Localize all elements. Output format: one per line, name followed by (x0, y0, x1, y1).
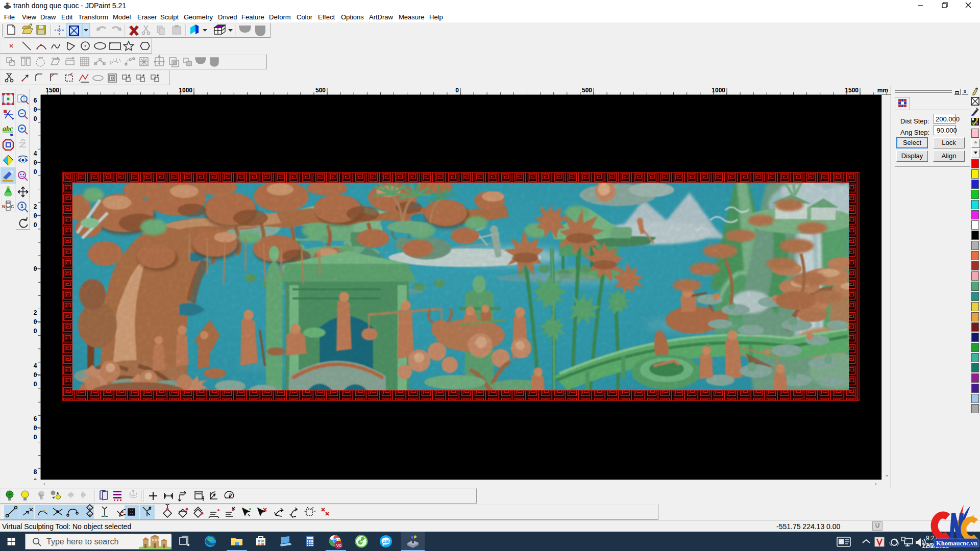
svg-text:1000: 1000 (179, 87, 192, 94)
svg-text:Vo: Vo (336, 543, 342, 548)
svg-text:0: 0 (34, 434, 37, 441)
svg-text:0: 0 (34, 115, 37, 122)
svg-text:0: 0 (34, 424, 37, 432)
svg-text:C: C (11, 204, 14, 209)
svg-text:500: 500 (315, 87, 326, 94)
svg-text:0: 0 (34, 328, 37, 335)
svg-text:4: 4 (34, 150, 37, 157)
svg-text:0: 0 (34, 381, 37, 388)
svg-text:0: 0 (34, 478, 37, 480)
svg-text:0: 0 (34, 159, 37, 166)
svg-text:2: 2 (34, 203, 37, 210)
svg-text:Zalo: Zalo (383, 539, 393, 544)
svg-text:6: 6 (34, 97, 37, 104)
svg-text:0: 0 (34, 371, 37, 379)
svg-text:0: 0 (455, 87, 459, 94)
svg-text:0: 0 (34, 318, 37, 325)
svg-text:mm: mm (877, 87, 888, 94)
svg-text:0: 0 (34, 221, 37, 229)
svg-text:z: z (149, 506, 151, 510)
svg-text:8: 8 (34, 468, 37, 475)
svg-text:abc: abc (3, 125, 13, 133)
svg-text:1500: 1500 (845, 87, 859, 94)
svg-text:1500: 1500 (45, 87, 59, 94)
svg-text:0: 0 (34, 212, 37, 219)
svg-text:500: 500 (582, 87, 592, 94)
svg-text:1000: 1000 (712, 87, 725, 94)
svg-text:6: 6 (34, 415, 37, 422)
svg-text:N: N (2, 204, 6, 209)
svg-text:2: 2 (34, 309, 37, 316)
svg-text:4: 4 (34, 362, 37, 369)
svg-text:0: 0 (34, 168, 37, 176)
svg-text:0: 0 (34, 106, 37, 113)
svg-text:0: 0 (34, 265, 37, 272)
svg-text:Khomaucnc.vn: Khomaucnc.vn (936, 540, 977, 547)
svg-text:1: 1 (20, 203, 23, 209)
